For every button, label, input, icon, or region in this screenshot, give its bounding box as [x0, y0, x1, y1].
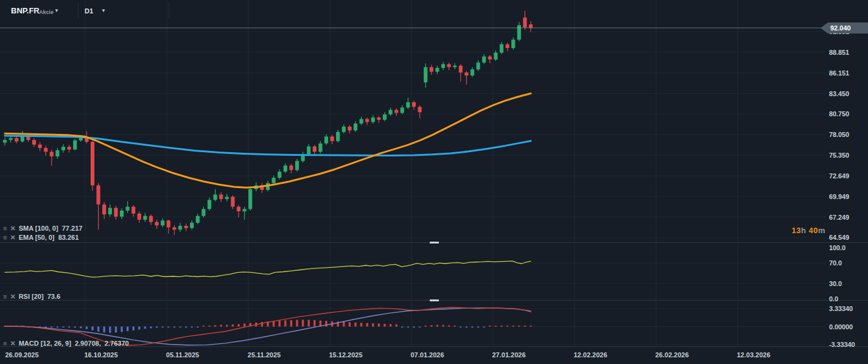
countdown-hours: 13 [791, 226, 800, 235]
date-label: 25.11.2025 [248, 351, 281, 359]
sma-label: SMA [100, 0] 77.217 [19, 225, 83, 232]
date-label: 12.03.2026 [737, 351, 770, 359]
date-label: 15.12.2025 [329, 351, 362, 359]
price-tick-label: 86.151 [829, 69, 849, 77]
macd-label: MACD [12, 26, 9] 2.90708, 2.76370 [19, 340, 129, 347]
macd-tick-label: 3.33340 [829, 305, 853, 312]
symbol-name[interactable]: BNP.FR [11, 6, 40, 15]
current-price-tag: 92.040 [821, 23, 868, 33]
sma-settings-icon[interactable]: ≡ [3, 225, 7, 232]
price-tick-label: 78.050 [829, 131, 849, 138]
macd-settings-icon[interactable]: ≡ [3, 340, 7, 347]
trading-chart-window: BNP.FR Akcie ▼ D1 ▼ ≡ ✕ SMA [100, 0] 77.… [0, 0, 868, 364]
rsi-tick-label: 70.0 [829, 259, 842, 267]
date-label: 07.01.2026 [410, 351, 444, 359]
date-label: 26.02.2026 [655, 351, 688, 359]
sma-remove-icon[interactable]: ✕ [10, 225, 15, 232]
header-divider [78, 2, 79, 18]
chart-canvas[interactable] [0, 0, 868, 364]
date-label: 16.10.2025 [84, 351, 117, 359]
symbol-dropdown-caret-icon[interactable]: ▼ [54, 8, 59, 13]
rsi-label: RSI [20] 73.6 [19, 293, 60, 300]
macd-tick-label: -3.33340 [829, 341, 855, 348]
sma-indicator-legend: ≡ ✕ SMA [100, 0] 77.217 [3, 225, 82, 232]
ema-remove-icon[interactable]: ✕ [10, 234, 15, 241]
price-tick-label: 75.350 [829, 152, 849, 159]
date-label: 12.02.2026 [573, 351, 607, 359]
rsi-indicator-legend: ≡ ✕ RSI [20] 73.6 [3, 293, 60, 300]
session-countdown-timer: 13h 40m [791, 226, 825, 235]
countdown-hours-unit: h [801, 226, 806, 235]
rsi-tick-label: 30.0 [829, 280, 842, 287]
price-tick-label: 67.249 [829, 214, 849, 221]
rsi-remove-icon[interactable]: ✕ [10, 293, 15, 300]
header-divider [169, 2, 169, 18]
ema-indicator-legend: ≡ ✕ EMA [50, 0] 83.261 [3, 234, 79, 241]
rsi-tick-label: 0.0 [829, 295, 838, 303]
date-label: 05.11.2025 [166, 351, 199, 359]
ema-settings-icon[interactable]: ≡ [3, 234, 7, 241]
ema-label: EMA [50, 0] 83.261 [19, 234, 79, 241]
countdown-minutes: 40 [808, 226, 817, 235]
date-label: 26.09.2025 [5, 351, 38, 359]
instrument-type-label: Akcie [39, 9, 54, 15]
timeframe-dropdown-caret-icon[interactable]: ▼ [101, 8, 106, 13]
date-label: 27.01.2026 [492, 351, 525, 359]
countdown-minutes-unit: m [818, 226, 825, 235]
rsi-settings-icon[interactable]: ≡ [3, 293, 7, 300]
price-tick-label: 80.750 [829, 110, 849, 117]
price-tick-label: 64.549 [829, 234, 849, 241]
rsi-tick-label: 100.0 [829, 244, 845, 251]
macd-tick-label: 0.00000 [829, 323, 853, 331]
price-tick-label: 88.851 [829, 49, 849, 56]
price-tick-label: 83.450 [829, 90, 849, 97]
macd-indicator-legend: ≡ ✕ MACD [12, 26, 9] 2.90708, 2.76370 [3, 340, 129, 347]
price-tick-label: 69.949 [829, 193, 849, 200]
macd-remove-icon[interactable]: ✕ [10, 340, 15, 347]
price-tick-label: 72.649 [829, 172, 849, 180]
timeframe-selector[interactable]: D1 [85, 7, 93, 15]
